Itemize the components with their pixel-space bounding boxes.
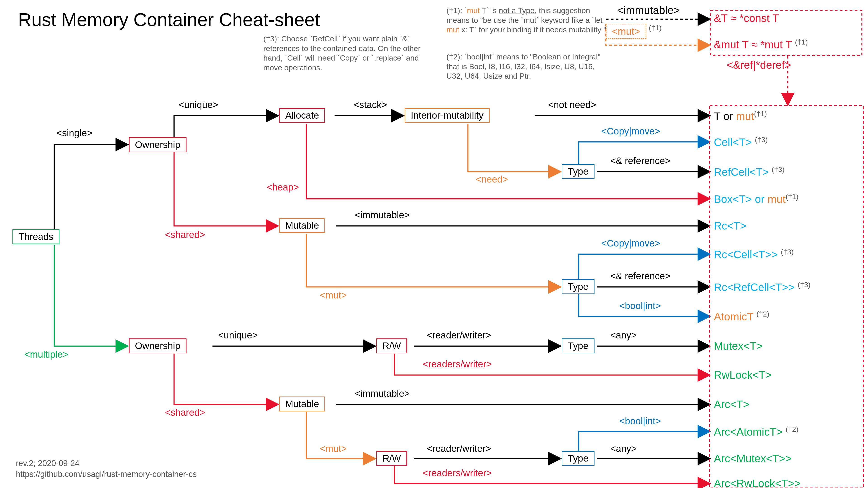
out-ref-const: &T ≈ *const T: [714, 12, 779, 24]
edge-immutable-top: <immutable>: [617, 4, 680, 17]
edge-mut-2: <mut>: [320, 443, 347, 454]
edge-ref-1: <& reference>: [610, 156, 671, 166]
edge-multiple: <multiple>: [24, 349, 68, 360]
edge-boolint-1: <bool|int>: [619, 300, 661, 311]
edge-heap: <heap>: [267, 182, 299, 193]
edge-shared-2: <shared>: [165, 407, 205, 418]
mutable-box-1: Mutable: [279, 218, 325, 233]
type-box-4: Type: [562, 451, 594, 466]
edge-need: <need>: [476, 174, 508, 185]
edge-refderef: <&ref|*deref>: [727, 59, 791, 71]
out-mutex: Mutex<T>: [714, 340, 763, 352]
footnote-1: (†1): `mut T` is not a Type, this sugges…: [446, 6, 609, 35]
type-box-1: Type: [562, 164, 594, 179]
rev-line: rev.2; 2020-09-24: [16, 459, 80, 468]
edge-stack: <stack>: [354, 99, 387, 110]
out-arc: Arc<T>: [714, 398, 749, 411]
edge-shared-1: <shared>: [165, 229, 205, 240]
out-refcell: RefCell<T> (†3): [714, 165, 784, 178]
edge-immutable-1: <immutable>: [355, 210, 410, 221]
edge-any-2: <any>: [610, 443, 637, 454]
footnote-3: (†3): Choose `RefCell` if you want plain…: [264, 34, 426, 72]
edge-readerswriter-1: <readers/writer>: [423, 359, 492, 369]
edge-notneed: <not need>: [548, 99, 596, 110]
out-rwlock: RwLock<T>: [714, 369, 772, 381]
type-box-2: Type: [562, 279, 594, 294]
mutable-box-2: Mutable: [279, 396, 325, 412]
out-arcatomic: Arc<AtomicT> (†2): [714, 425, 798, 438]
out-rc: Rc<T>: [714, 220, 746, 232]
edge-copymove-2: <Copy|move>: [601, 238, 660, 249]
edge-any-1: <any>: [610, 330, 637, 341]
footnote-2: (†2): `bool|int` means to "Boolean or In…: [446, 52, 609, 81]
edge-single: <single>: [57, 128, 92, 138]
out-arcmutex: Arc<Mutex<T>>: [714, 452, 792, 465]
edge-mut-1: <mut>: [320, 290, 347, 301]
allocate-box: Allocate: [279, 108, 325, 123]
rw-box-1: R/W: [376, 338, 407, 353]
edge-unique-2: <unique>: [218, 330, 258, 341]
out-rccell: Rc<Cell<T>> (†3): [714, 248, 794, 261]
out-atomict: AtomicT (†2): [714, 310, 769, 323]
out-arcrwlock: Arc<RwLock<T>>: [714, 477, 801, 488]
edge-readerwriter-1: <reader/writer>: [427, 330, 491, 341]
out-t-or-mut: T or mut(†1): [714, 109, 767, 123]
threads-box: Threads: [12, 229, 59, 244]
edge-mut-top: <mut>: [606, 24, 646, 39]
edge-copymove-1: <Copy|move>: [601, 126, 660, 137]
edge-immutable-2: <immutable>: [355, 388, 410, 399]
out-cell: Cell<T> (†3): [714, 135, 768, 149]
rw-box-2: R/W: [376, 451, 407, 466]
ownership-box-1: Ownership: [129, 137, 186, 152]
edge-readerwriter-2: <reader/writer>: [427, 443, 491, 454]
interior-mutability-box: Interior-mutability: [405, 108, 490, 123]
ownership-box-2: Ownership: [129, 338, 186, 353]
out-box: Box<T> or mut(†1): [714, 193, 798, 205]
edge-mut-top-fn: (†1): [649, 24, 662, 32]
type-box-3: Type: [562, 338, 594, 353]
edge-boolint-2: <bool|int>: [619, 416, 661, 427]
edge-unique-1: <unique>: [179, 99, 218, 110]
edge-ref-2: <& reference>: [610, 271, 671, 282]
out-rcrefcell: Rc<RefCell<T>> (†3): [714, 281, 811, 293]
edge-readerswriter-2: <readers/writer>: [423, 468, 492, 479]
page-title: Rust Memory Container Cheat-sheet: [18, 9, 320, 30]
out-ref-mut: &mut T ≈ *mut T (†1): [714, 38, 808, 51]
url-line: https://github.com/usagi/rust-memory-con…: [16, 469, 197, 479]
